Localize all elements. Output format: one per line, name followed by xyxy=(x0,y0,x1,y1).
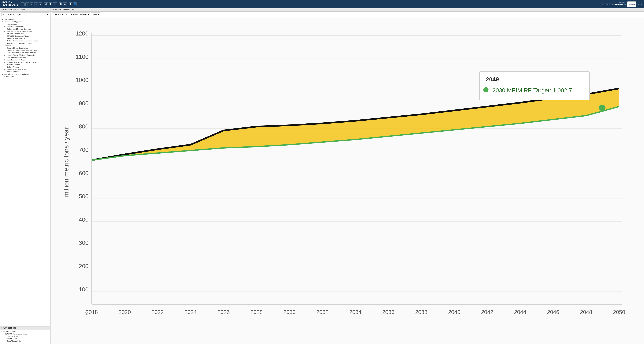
tree-label-industry-eff: Industry Energy Efficiency Standards xyxy=(6,54,34,56)
download-icon[interactable]: ⬇ xyxy=(49,2,52,6)
y-tick-1200: 1200 xyxy=(76,30,88,37)
tooltip-box xyxy=(480,72,590,100)
tree-item-cement[interactable]: Cement Clinker Substitution xyxy=(0,47,50,49)
tree-item-industry-efficiency[interactable]: Industry Energy Efficiency Standards xyxy=(0,54,50,56)
tree-item-cogeneration[interactable]: Cogeneration and Waste Heat Recovery xyxy=(0,49,50,52)
scenario-select[interactable]: 2030 MEIM RE Target xyxy=(2,12,49,16)
y-tick-800: 800 xyxy=(79,123,88,130)
tree-item-carbon-free[interactable]: Carbon-free Electricity Standard xyxy=(0,28,50,30)
tree-item-early-retirement[interactable]: Early Retirement of Power Plants xyxy=(0,30,50,32)
copy-icon[interactable]: ⧉ xyxy=(30,2,34,6)
tree-item-buildings[interactable]: Buildings and Appliances xyxy=(0,21,50,23)
info-icon[interactable]: ℹ xyxy=(69,2,72,6)
y-tick-400: 400 xyxy=(79,216,88,223)
chevron-material xyxy=(4,62,6,63)
tree-item-reduce-plant[interactable]: Reduce Plant Downtime xyxy=(0,37,50,40)
chart-svg: million metric tons / year 1200 1100 100… xyxy=(60,20,641,344)
tree-item-industry[interactable]: Industry xyxy=(0,44,50,47)
tree-item-reduce-fossil[interactable]: Reduce Fossil Fuel Exports xyxy=(0,68,50,70)
chevron-ban-power xyxy=(4,26,6,27)
scenario-selector: 2030 MEIM RE Target xyxy=(0,12,50,18)
x-tick-2028: 2028 xyxy=(250,309,263,315)
settings-item-solar-pv: •Solar PV: On xyxy=(2,338,49,340)
x-tick-2022: 2022 xyxy=(152,309,164,315)
tree-item-reduce-fgases[interactable]: Reduce F-gases xyxy=(0,66,50,68)
tree-item-electrification[interactable]: Electrification + Hydrogen xyxy=(0,59,50,61)
y-tick-900: 900 xyxy=(79,100,88,106)
tree-item-agriculture[interactable]: Agriculture, Land Use, and Water xyxy=(0,73,50,75)
powered-by: POWERED BY ENERGY INNOVATION POLICY & TE… xyxy=(602,2,626,7)
tree-item-improved-system[interactable]: Improved System Design xyxy=(0,56,50,59)
tree-item-reduce-td[interactable]: Reduce Transmission & Distribution Losse… xyxy=(0,40,50,42)
tree-label-fossil: Reduce Fossil Fuel Exports xyxy=(6,68,28,70)
x-tick-2032: 2032 xyxy=(316,309,328,315)
x-tick-2044: 2044 xyxy=(514,309,526,315)
chevron-electrification xyxy=(4,59,6,60)
tree-label-material: Material Efficiency, Longevity, & Re-Use xyxy=(6,61,37,63)
tree-item-early-industrial[interactable]: Early Retirement of Industrial Facilitie… xyxy=(0,52,50,54)
tree-label-improved: Improved System Design xyxy=(6,56,26,58)
tree-label-cross: Cross Sector... xyxy=(4,76,16,78)
tree-item-ban-power[interactable]: Ban New Power Plants xyxy=(0,26,50,28)
tree-item-cross-sector[interactable]: Cross Sector... xyxy=(0,75,50,78)
tree-item-worker-training[interactable]: Worker Training xyxy=(0,70,50,73)
settings-item-wind: •Onshore Wind: On xyxy=(2,335,49,338)
settings-item-solar-thermal: •Solar Thermal: On xyxy=(2,340,49,342)
tree-label-cement: Cement Clinker Substitution xyxy=(6,47,28,49)
tree-item-methane[interactable]: Methane Capture xyxy=(0,64,50,66)
layers-icon[interactable]: ⧉ xyxy=(63,2,67,6)
y-tick-200: 200 xyxy=(79,263,88,269)
x-tick-2040: 2040 xyxy=(448,309,460,315)
policy-scenario-label: POLICY SCENARIO SELECTOR xyxy=(0,8,50,12)
page-icon[interactable]: 📄 xyxy=(59,2,62,6)
app-title: POLICY SOLUTIONS xyxy=(2,1,18,7)
x-tick-2020: 2020 xyxy=(118,309,131,315)
total-select[interactable]: Total xyxy=(91,12,100,16)
x-tick-2026: 2026 xyxy=(218,309,230,315)
chevron-electricity xyxy=(2,24,4,25)
delete-icon[interactable]: 🗑 xyxy=(39,2,42,6)
y-tick-700: 700 xyxy=(79,146,88,153)
settings-sub-category: • KSA 2030 Renewables Target xyxy=(2,333,49,335)
tree-item-electricity[interactable]: Electricity Supply xyxy=(0,23,50,26)
y-tick-600: 600 xyxy=(79,170,88,176)
y-tick-1100: 1100 xyxy=(76,54,88,60)
x-tick-2018: 2018 xyxy=(86,309,98,315)
x-tick-2038: 2038 xyxy=(415,309,428,315)
tree-label-electrification: Electrification + Hydrogen xyxy=(6,59,26,61)
tree-item-subsidy[interactable]: Subsidy for Electricity Production xyxy=(0,42,50,44)
export-icon[interactable]: ↗ xyxy=(53,2,57,6)
x-tick-2036: 2036 xyxy=(382,309,394,315)
graph-type-select[interactable]: Effects by Policy: CO2e Wedge Diagrams xyxy=(52,12,90,16)
tooltip-year-text: 2049 xyxy=(486,76,499,82)
user-icon[interactable]: 👤 xyxy=(73,2,77,6)
chevron-early-retirement xyxy=(4,30,6,32)
chevron-industry-eff xyxy=(4,54,6,56)
reset-icon[interactable]: ↺ xyxy=(44,2,48,6)
policy-settings-label: POLICY SETTINGS xyxy=(0,326,50,330)
tree-item-increase-transmission[interactable]: Increase Transmission xyxy=(0,32,50,35)
tree-label-carbon-free: Carbon-free Electricity Standard xyxy=(6,28,31,30)
policy-tree: Transportation Buildings and Appliances … xyxy=(0,18,50,326)
plus-icon[interactable]: + xyxy=(21,2,24,6)
upload-icon[interactable]: ⬆ xyxy=(26,2,29,6)
x-tick-2042: 2042 xyxy=(481,309,493,315)
left-panel: POLICY SCENARIO SELECTOR 2030 MEIM RE Ta… xyxy=(0,8,50,344)
y-tick-500: 500 xyxy=(79,193,88,200)
tree-item-transportation[interactable]: Transportation xyxy=(0,18,50,21)
tree-label-worker: Worker Training xyxy=(6,71,18,73)
y-tick-1000: 1000 xyxy=(76,77,88,83)
y-axis-label: million metric tons / year xyxy=(63,127,70,197)
chevron-agriculture xyxy=(2,73,4,75)
version-label: V2.0.0 xyxy=(637,4,642,5)
tree-label-industry: Industry xyxy=(4,45,10,46)
main-layout: POLICY SCENARIO SELECTOR 2030 MEIM RE Ta… xyxy=(0,8,644,344)
tree-item-ksa-renewables[interactable]: KSA 2030 Renewables Target xyxy=(0,35,50,37)
chevron-transportation xyxy=(2,19,4,20)
policy-settings: POLICY SETTINGS • Electricity Supply • K… xyxy=(0,326,50,344)
kapsarc-logo: KAPSARC xyxy=(627,2,636,7)
arrow-icon[interactable]: → xyxy=(34,2,38,6)
tooltip-label-text: 2030 MEIM RE Target: 1,002.7 xyxy=(492,87,572,94)
tree-label-electricity: Electricity Supply xyxy=(4,23,18,25)
tree-item-material-eff[interactable]: Material Efficiency, Longevity, & Re-Use xyxy=(0,61,50,64)
